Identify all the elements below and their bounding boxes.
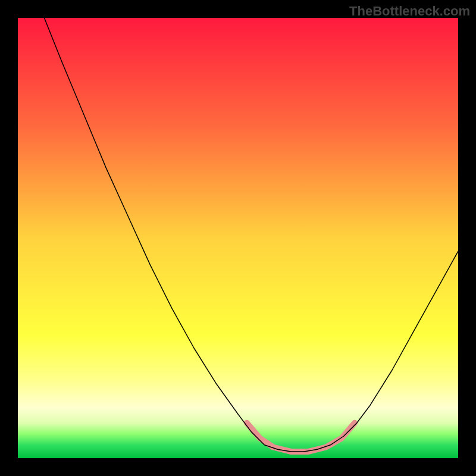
chart-svg [18, 18, 458, 458]
plot-area [18, 18, 458, 458]
chart-background [18, 18, 458, 458]
chart-container: TheBottleneck.com [0, 0, 476, 476]
watermark-text: TheBottleneck.com [349, 4, 470, 19]
